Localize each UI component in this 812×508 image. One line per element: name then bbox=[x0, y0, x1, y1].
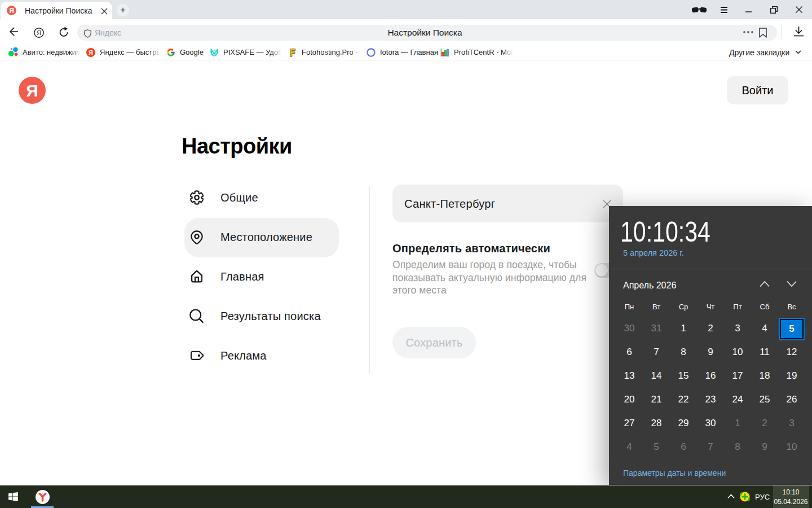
svg-text:Я: Я bbox=[37, 29, 41, 36]
